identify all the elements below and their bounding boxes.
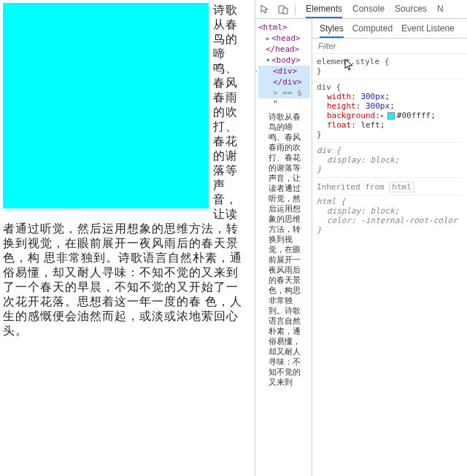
rule-close: } — [317, 225, 463, 235]
rule-element-style[interactable]: element.style { } — [317, 55, 463, 79]
selector[interactable]: element.style { — [317, 57, 463, 66]
dom-node-html[interactable]: <html> — [258, 22, 310, 33]
declaration[interactable]: width: 300px; — [317, 92, 463, 101]
inspect-icon[interactable] — [260, 4, 271, 15]
rendered-page: 诗歌从春鸟的啼鸣、春风春雨的吹打、春花的谢落等声音，让读者通过听觉，然后运用想象… — [0, 0, 255, 476]
selector[interactable]: html { — [317, 197, 463, 206]
tab-more[interactable]: N — [437, 1, 444, 18]
tab-event-listeners[interactable]: Event Listene — [401, 22, 455, 38]
declaration[interactable]: height: 300px; — [317, 101, 463, 111]
declaration[interactable]: color: -internal-root-color — [317, 216, 463, 225]
dom-node-head-close[interactable]: </head> — [258, 44, 310, 55]
chevron-down-icon[interactable]: ▾ — [266, 55, 271, 66]
chevron-right-icon[interactable]: ▸ — [380, 111, 386, 120]
cyan-box — [3, 3, 209, 208]
rule-div-main[interactable]: div { width: 300px; height: 300px; backg… — [317, 81, 463, 143]
inherited-from-link[interactable]: html — [389, 182, 414, 192]
styles-rules[interactable]: element.style { } div { width: 300px; he… — [312, 54, 467, 241]
tab-elements[interactable]: Elements — [306, 1, 342, 18]
tab-styles[interactable]: Styles — [320, 22, 344, 38]
chevron-right-icon[interactable]: ▸ — [266, 33, 271, 44]
rule-close: } — [317, 66, 463, 76]
styles-filter-input[interactable] — [312, 39, 467, 53]
dom-text-quote[interactable]: " — [258, 98, 310, 109]
toolbar-divider — [295, 4, 296, 15]
styles-filter-row — [312, 39, 467, 54]
device-toggle-icon[interactable] — [277, 4, 289, 15]
styles-tabs: Styles Computed Event Listene — [312, 19, 467, 39]
rule-close: } — [317, 130, 463, 139]
svg-rect-1 — [283, 8, 287, 14]
dom-node-head[interactable]: <head> — [271, 34, 301, 43]
declaration[interactable]: float: left; — [317, 120, 463, 130]
dom-node-div[interactable]: <div> — [273, 66, 297, 76]
ellipsis-icon[interactable]: ⋯ — [255, 66, 258, 77]
dom-node-div-close[interactable]: </div> — [258, 77, 310, 87]
tab-console[interactable]: Console — [352, 1, 385, 18]
rule-html-ua[interactable]: html { display: block; color: -internal-… — [317, 195, 463, 238]
declaration[interactable]: display: block; — [317, 155, 463, 165]
inherited-from-row: Inherited from html — [317, 179, 463, 195]
selector[interactable]: div { — [317, 82, 463, 92]
dom-text-node[interactable]: 诗歌从春鸟的啼鸣、春风春雨的吹打、春花的谢落等声音，让读者通过听觉，然后运用想象… — [258, 109, 310, 391]
tab-computed[interactable]: Computed — [352, 22, 393, 38]
dom-eq-dollar: > == $ — [258, 87, 310, 98]
devtools-tabs: Elements Console Sources N — [306, 1, 444, 18]
devtools-toolbar: Elements Console Sources N — [255, 0, 467, 19]
tab-sources[interactable]: Sources — [395, 1, 427, 18]
declaration[interactable]: display: block; — [317, 206, 463, 216]
rule-close: } — [317, 165, 463, 174]
dom-node-body[interactable]: <body> — [271, 55, 301, 65]
selector[interactable]: div { — [317, 146, 463, 155]
color-swatch[interactable] — [387, 112, 395, 120]
dom-tree[interactable]: <html> ▸<head> </head> ▾<body> ⋯ <div> <… — [255, 19, 312, 476]
devtools: Elements Console Sources N <html> ▸<head… — [255, 0, 467, 476]
rule-div-ua[interactable]: div { display: block; } — [317, 144, 463, 178]
styles-pane: Styles Computed Event Listene element.st… — [312, 19, 467, 476]
declaration[interactable]: background:▸#00ffff; — [317, 111, 463, 120]
